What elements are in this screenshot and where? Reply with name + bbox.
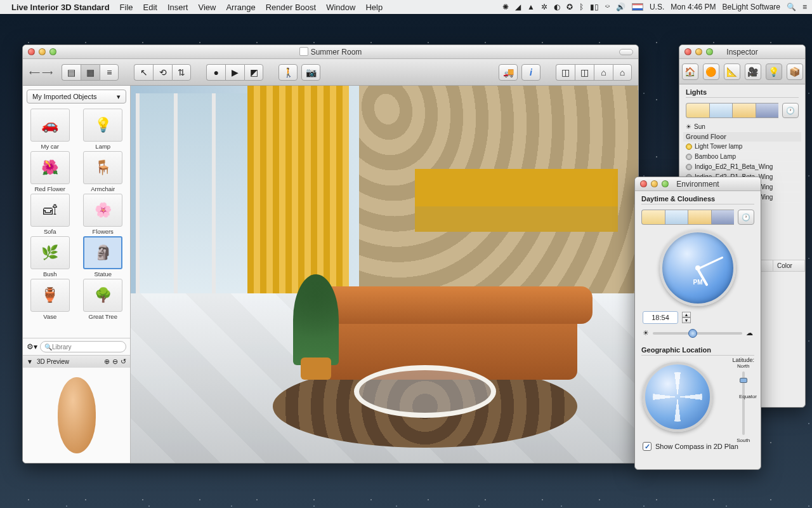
light-row[interactable]: Bamboo Lamp xyxy=(683,152,801,162)
library-item[interactable]: 🛋Sofa xyxy=(25,194,75,235)
library-item[interactable]: 🪑Armchair xyxy=(79,151,128,192)
walkthrough-icon[interactable]: 🚶 xyxy=(278,64,298,81)
record-button[interactable]: ● xyxy=(206,64,225,81)
menu-view[interactable]: View xyxy=(198,3,216,12)
menubar-company[interactable]: BeLight Software xyxy=(723,3,780,11)
library-item[interactable]: 💡Lamp xyxy=(79,109,128,150)
library-item[interactable]: 🚗My car xyxy=(25,109,75,150)
library-item[interactable]: 🏺Vase xyxy=(25,279,75,320)
disclosure-icon[interactable]: ▼ xyxy=(27,358,33,365)
zoom-out-icon[interactable]: ⊖ xyxy=(112,358,118,366)
preview-header[interactable]: ▼ 3D Preview ⊕ ⊖ ↺ xyxy=(23,355,130,368)
close-icon[interactable] xyxy=(684,48,691,55)
preset-night[interactable] xyxy=(756,103,779,118)
zoom-icon[interactable] xyxy=(49,48,56,55)
view-split-button[interactable]: ≡ xyxy=(100,64,119,81)
library-item[interactable]: 🌺Red Flower xyxy=(25,151,75,192)
menu-help[interactable]: Help xyxy=(365,3,383,12)
zoom-reset-icon[interactable]: ↺ xyxy=(121,358,126,366)
minimize-icon[interactable] xyxy=(39,48,46,55)
light-row[interactable]: Light Tower lamp xyxy=(683,142,801,152)
menuextra-icon[interactable]: ✲ xyxy=(541,3,547,11)
light-row-sun[interactable]: ☀Sun xyxy=(683,122,801,132)
menu-insert[interactable]: Insert xyxy=(167,3,188,12)
preset-custom-button[interactable]: 🕐 xyxy=(782,103,799,118)
preset-dusk[interactable] xyxy=(688,210,711,225)
menubar-clock[interactable]: Mon 4:46 PM xyxy=(671,3,716,11)
preset-night[interactable] xyxy=(711,210,735,225)
tab-measure[interactable]: 📐 xyxy=(724,64,740,80)
preset-dawn[interactable] xyxy=(686,103,709,118)
compass-control[interactable] xyxy=(643,362,712,432)
library-item[interactable]: 🌳Great Tree xyxy=(79,279,128,320)
tab-lights[interactable]: 💡 xyxy=(766,64,782,80)
minimize-icon[interactable] xyxy=(695,48,702,55)
main-titlebar[interactable]: Summer Room xyxy=(23,45,638,59)
spotlight-icon[interactable]: 🔍 xyxy=(787,3,796,11)
preset-custom-button[interactable]: 🕐 xyxy=(738,210,754,225)
time-stepper[interactable]: ▲▼ xyxy=(682,312,691,323)
menuextra-icon[interactable]: ▲ xyxy=(527,3,535,11)
menuextra-icon[interactable]: ◐ xyxy=(554,3,560,11)
time-input[interactable]: 18:54 xyxy=(643,311,678,324)
view-2d-button[interactable]: ▤ xyxy=(62,64,81,81)
orbit-tool-button[interactable]: ⟲ xyxy=(153,64,172,81)
close-icon[interactable] xyxy=(640,180,647,187)
notification-icon[interactable]: ≡ xyxy=(802,3,807,11)
preset-dawn[interactable] xyxy=(641,210,665,225)
library-search-input[interactable]: 🔍 Library xyxy=(40,341,126,352)
panel-2-button[interactable]: ◫ xyxy=(575,64,594,81)
menu-window[interactable]: Window xyxy=(326,3,355,12)
preview-pane[interactable] xyxy=(23,368,130,463)
tab-objects[interactable]: 🏠 xyxy=(682,64,698,80)
time-clock[interactable]: PM xyxy=(660,230,736,306)
library-item[interactable]: 🗿Statue xyxy=(79,236,128,277)
stop-button[interactable]: ◩ xyxy=(244,64,263,81)
zoom-icon[interactable] xyxy=(662,180,669,187)
bluetooth-icon[interactable]: ᛒ xyxy=(579,3,584,11)
preset-day[interactable] xyxy=(709,103,733,118)
view-3d-button[interactable]: ▦ xyxy=(81,64,100,81)
cloudiness-slider[interactable]: ☀ ☁ xyxy=(643,329,753,337)
select-tool-button[interactable]: ↖ xyxy=(134,64,153,81)
walk-tool-button[interactable]: ⇅ xyxy=(172,64,191,81)
3d-viewport[interactable] xyxy=(131,86,638,463)
nav-back-forward[interactable]: ⟵ ⟶ xyxy=(29,68,53,77)
menu-edit[interactable]: Edit xyxy=(143,3,157,12)
battery-icon[interactable]: ▮▯ xyxy=(590,3,599,11)
tab-materials[interactable]: 🟠 xyxy=(703,64,719,80)
input-locale[interactable]: U.S. xyxy=(650,3,664,11)
panel-3-button[interactable]: ⌂ xyxy=(594,64,613,81)
menuextra-icon[interactable]: ◢ xyxy=(515,3,521,11)
menu-file[interactable]: File xyxy=(120,3,133,12)
tab-camera[interactable]: 🎥 xyxy=(745,64,761,80)
input-flag-icon[interactable] xyxy=(632,3,643,11)
panel-1-button[interactable]: ◫ xyxy=(556,64,575,81)
menuextra-icon[interactable]: ✺ xyxy=(502,3,509,11)
menu-arrange[interactable]: Arrange xyxy=(226,3,255,12)
zoom-in-icon[interactable]: ⊕ xyxy=(104,358,110,366)
library-item[interactable]: 🌿Bush xyxy=(25,236,75,277)
tab-building[interactable]: 📦 xyxy=(787,64,803,80)
show-compass-checkbox[interactable]: ✓Show Compass in 2D Plan xyxy=(643,442,753,451)
col-color[interactable]: Color xyxy=(773,260,805,271)
wifi-icon[interactable]: ⌔ xyxy=(605,3,610,11)
minimize-icon[interactable] xyxy=(651,180,658,187)
preset-day[interactable] xyxy=(665,210,688,225)
gear-icon[interactable]: ⚙▾ xyxy=(27,342,37,351)
volume-icon[interactable]: 🔊 xyxy=(616,3,625,11)
toolbar-toggle-icon[interactable] xyxy=(619,49,633,55)
trimble-button[interactable]: 🚚 xyxy=(499,64,518,81)
library-category-select[interactable]: My Imported Objects▾ xyxy=(27,90,126,104)
latitude-slider[interactable]: Latitude: North Equator South xyxy=(732,357,754,443)
preset-dusk[interactable] xyxy=(732,103,756,118)
play-button[interactable]: ▶ xyxy=(225,64,244,81)
menu-render[interactable]: Render Boost xyxy=(266,3,317,12)
info-button[interactable]: i xyxy=(521,64,540,81)
panel-4-button[interactable]: ⌂ xyxy=(613,64,632,81)
menuextra-icon[interactable]: ✪ xyxy=(566,3,573,11)
zoom-icon[interactable] xyxy=(706,48,713,55)
light-row[interactable]: Indigo_Ed2_R1_Beta_Wing xyxy=(683,162,801,172)
app-menu[interactable]: Live Interior 3D Standard xyxy=(11,3,110,12)
close-icon[interactable] xyxy=(28,48,35,55)
